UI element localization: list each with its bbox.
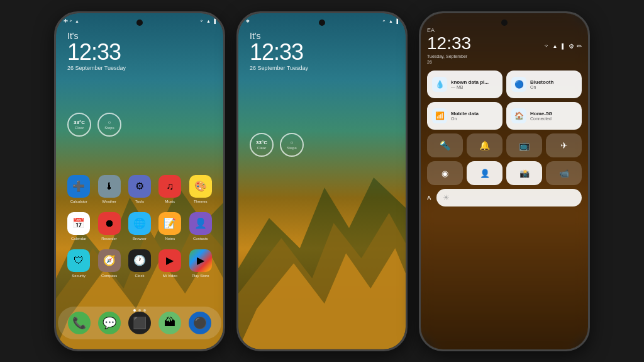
control-center: EA 12:33 Tuesday, September 26 ᯤ ▲ ▐ ⚙ ✏ — [421, 13, 588, 349]
brightness-bar[interactable]: ☀ — [436, 189, 582, 206]
cc-header: EA 12:33 Tuesday, September 26 ᯤ ▲ ▐ ⚙ ✏ — [427, 27, 582, 66]
steps-label: Steps — [104, 126, 114, 130]
contacts-icon: 👤 — [189, 212, 212, 235]
music-icon: ♫ — [158, 175, 181, 198]
mobile-data-card[interactable]: 📶 Mobile data On — [427, 102, 502, 130]
app-playstore[interactable]: ▶ Play Store — [189, 249, 212, 278]
notes-label: Notes — [165, 237, 175, 240]
dock-settings[interactable]: ⚫ — [189, 312, 211, 334]
camera-hole-3 — [501, 20, 508, 26]
app-music[interactable]: ♫ Music — [158, 175, 181, 203]
camera-hole — [136, 20, 143, 26]
temp-value-2: 33°C — [256, 140, 267, 145]
notes-icon: 📝 — [158, 212, 181, 235]
weather-icon: 🌡 — [98, 175, 121, 198]
app-clock[interactable]: 🕐 Clock — [128, 249, 151, 278]
cc-time: 12:33 — [427, 33, 471, 54]
battery-icon-3: ▐ — [560, 43, 564, 49]
mobile-data-title: Mobile data — [451, 111, 497, 116]
app-weather[interactable]: 🌡 Weather — [98, 175, 121, 203]
wifi-card-icon: 🏠 — [511, 108, 526, 123]
dark-mode-toggle[interactable]: ◉ — [427, 161, 463, 185]
app-contacts[interactable]: 👤 Contacts — [189, 212, 212, 240]
phone-1: ✱ ᯤ ▲ ᯤ ▲ ▐ It's 12:33 26 September Tues… — [54, 11, 225, 351]
brightness-sun-icon: ☀ — [443, 193, 450, 202]
clock-label: Clock — [135, 274, 144, 278]
power-button-2[interactable] — [406, 89, 408, 123]
app-compass[interactable]: 🧭 Compass — [98, 249, 121, 278]
music-label: Music — [165, 200, 175, 203]
battery-icon: ▐ — [213, 19, 216, 23]
clock-area: It's 12:33 26 September Tuesday — [67, 31, 126, 71]
data-plan-title: known data pl... — [451, 79, 497, 85]
temp-value: 33°C — [74, 120, 85, 125]
data-plan-card[interactable]: 💧 known data pl... — MB — [427, 71, 502, 98]
dock-phone[interactable]: 📞 — [68, 312, 91, 334]
vol-up-button[interactable] — [224, 76, 225, 101]
cc-date-line1: Tuesday, September — [427, 54, 467, 59]
bluetooth-sub: On — [530, 85, 577, 89]
weather-widget-2[interactable]: 33°C Clear — [250, 133, 274, 157]
airplane-toggle[interactable]: ✈ — [546, 133, 582, 157]
app-calculator[interactable]: ➕ Calculator — [67, 175, 90, 203]
steps-widget[interactable]: ○ Steps — [97, 113, 121, 137]
camera-hole-2 — [319, 20, 325, 26]
mobile-data-icon: 📶 — [432, 108, 447, 123]
vol-down-button[interactable] — [224, 106, 225, 132]
dock: 📞 💬 ⬛ 🏔 ⚫ — [58, 307, 221, 339]
signal-icon-2: ᯤ — [382, 19, 387, 23]
settings-icon[interactable]: ⚙ — [569, 43, 574, 50]
steps-value: ○ — [108, 120, 111, 125]
app-calendar[interactable]: 📅 Calendar — [67, 212, 90, 240]
compass-label: Compass — [101, 274, 117, 278]
app-notes[interactable]: 📝 Notes — [158, 212, 181, 240]
dock-gallery[interactable]: 🏔 — [158, 312, 181, 334]
app-row-2: 📅 Calendar ⏺ Recorder 🌐 Browser 📝 Notes … — [64, 212, 216, 240]
app-tools[interactable]: ⚙ Tools — [128, 175, 151, 203]
wifi-icon: ▲ — [206, 19, 211, 23]
status-right: ᯤ ▲ ▐ — [200, 19, 216, 23]
weather-widget[interactable]: 33°C Clear — [67, 113, 91, 137]
themes-icon: 🎨 — [189, 175, 212, 198]
recorder-icon: ⏺ — [98, 212, 121, 235]
battery-icon-2: ▐ — [395, 19, 398, 23]
person-toggle[interactable]: 👤 — [467, 161, 502, 185]
cc-date: Tuesday, September 26 — [427, 54, 471, 66]
clock-area-2: It's 12:33 26 September Tuesday — [250, 31, 308, 71]
mobile-data-sub: On — [451, 116, 497, 121]
status-right-2: ᯤ ▲ ▐ — [382, 19, 398, 23]
security-label: Security — [72, 274, 86, 278]
browser-icon: 🌐 — [128, 212, 151, 235]
contacts-label: Contacts — [193, 237, 208, 240]
flashlight-toggle[interactable]: 🔦 — [427, 133, 463, 157]
brightness-label: A — [427, 195, 431, 201]
clock-time: 12:33 — [67, 41, 126, 64]
video-toggle[interactable]: 📹 — [546, 161, 582, 185]
app-recorder[interactable]: ⏺ Recorder — [98, 212, 121, 240]
wifi-card-title: Home-5G — [530, 111, 577, 116]
browser-label: Browser — [133, 237, 147, 240]
power-button-3[interactable] — [589, 89, 590, 123]
mivideo-label: Mi Video — [163, 274, 177, 278]
clock-time-2: 12:33 — [250, 41, 308, 64]
bluetooth-card[interactable]: 🔵 Bluetooth On — [506, 71, 582, 98]
notification-toggle[interactable]: 🔔 — [467, 133, 502, 157]
app-themes[interactable]: 🎨 Themes — [189, 175, 212, 203]
widgets-row: 33°C Clear ○ Steps — [67, 113, 121, 137]
edit-icon[interactable]: ✏ — [577, 43, 582, 50]
app-security[interactable]: 🛡 Security — [67, 249, 90, 278]
dock-camera[interactable]: ⬛ — [128, 312, 151, 334]
cc-carrier: EA — [427, 27, 471, 33]
wifi-card[interactable]: 🏠 Home-5G Connected — [506, 102, 582, 130]
cast-toggle[interactable]: 📺 — [506, 133, 542, 157]
dock-messages[interactable]: 💬 — [98, 312, 121, 334]
app-browser[interactable]: 🌐 Browser — [128, 212, 151, 240]
photo-toggle[interactable]: 📸 — [506, 161, 542, 185]
calendar-label: Calendar — [71, 237, 86, 240]
clock-its: It's — [67, 31, 126, 41]
power-button[interactable] — [224, 89, 225, 123]
app-mivideo[interactable]: ▶ Mi Video — [158, 249, 181, 278]
steps-label-2: Steps — [287, 146, 296, 150]
wifi-card-sub: Connected — [530, 116, 577, 121]
steps-widget-2[interactable]: ○ Steps — [280, 133, 304, 157]
